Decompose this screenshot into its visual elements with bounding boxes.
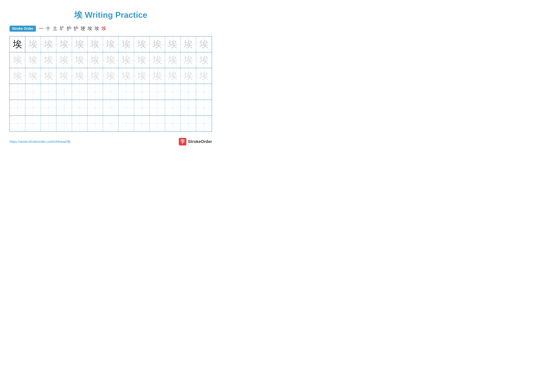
svg-line-102 bbox=[196, 84, 212, 100]
svg-line-152 bbox=[181, 116, 196, 131]
grid-cell-empty bbox=[10, 100, 25, 115]
svg-line-142 bbox=[103, 116, 118, 131]
char-cell: 埃 bbox=[44, 71, 53, 80]
grid-cell-empty bbox=[196, 84, 212, 100]
grid-cell-empty bbox=[181, 116, 196, 131]
svg-line-111 bbox=[56, 100, 72, 115]
svg-line-143 bbox=[103, 116, 118, 131]
grid-cell: 埃 bbox=[10, 68, 25, 84]
svg-line-144 bbox=[118, 116, 134, 131]
grid-cell-empty bbox=[25, 100, 41, 115]
svg-line-81 bbox=[25, 84, 41, 99]
grid-cell: 埃 bbox=[165, 68, 181, 84]
grid-cell: 埃 bbox=[88, 68, 103, 84]
svg-line-121 bbox=[134, 100, 149, 115]
practice-grid: 埃 埃 埃 埃 bbox=[9, 36, 212, 132]
grid-cell: 埃 bbox=[165, 52, 181, 68]
svg-line-78 bbox=[10, 84, 25, 99]
grid-cell: 埃 bbox=[181, 36, 196, 52]
grid-cell-empty bbox=[134, 100, 150, 115]
char-cell: 埃 bbox=[137, 56, 146, 65]
svg-line-107 bbox=[25, 100, 41, 115]
grid-cell-empty bbox=[118, 116, 134, 131]
svg-line-88 bbox=[88, 84, 103, 99]
grid-cell-empty bbox=[134, 84, 150, 100]
svg-line-136 bbox=[56, 116, 72, 131]
svg-line-147 bbox=[134, 116, 149, 131]
stroke-order-row: Stroke Order 一 十 土 圹 护 护 埂 埃 埃 埃 bbox=[9, 25, 212, 32]
grid-cell: 埃 bbox=[134, 68, 150, 84]
grid-cell: 埃 bbox=[134, 36, 150, 52]
grid-cell-empty bbox=[150, 100, 165, 115]
grid-cell-empty bbox=[165, 84, 181, 100]
grid-cell-empty bbox=[56, 100, 72, 115]
page-title: 埃 Writing Practice bbox=[9, 9, 212, 21]
char-cell: 埃 bbox=[44, 40, 53, 49]
grid-cell-empty bbox=[72, 84, 88, 100]
brand-icon: 字 bbox=[179, 138, 186, 145]
grid-cell: 埃 bbox=[88, 52, 103, 68]
grid-cell-empty bbox=[41, 84, 56, 100]
char-cell: 埃 bbox=[199, 71, 209, 80]
grid-cell-empty bbox=[88, 116, 103, 131]
svg-line-132 bbox=[25, 116, 41, 131]
stroke-5: 护 bbox=[67, 25, 71, 32]
grid-row-1: 埃 埃 埃 埃 bbox=[10, 36, 212, 52]
grid-cell-empty bbox=[10, 116, 25, 131]
grid-cell-empty bbox=[88, 84, 103, 100]
svg-line-118 bbox=[118, 100, 134, 115]
svg-line-141 bbox=[88, 116, 103, 131]
svg-line-134 bbox=[41, 116, 56, 131]
char-cell: 埃 bbox=[106, 40, 115, 49]
char-cell: 埃 bbox=[199, 40, 209, 49]
grid-cell-empty bbox=[72, 100, 88, 115]
svg-line-85 bbox=[56, 84, 72, 99]
svg-line-94 bbox=[134, 84, 149, 99]
svg-line-135 bbox=[41, 116, 56, 131]
svg-line-92 bbox=[118, 84, 134, 99]
svg-line-151 bbox=[165, 116, 180, 131]
footer-url: https://www.strokeorder.com/chinese/埃 bbox=[9, 139, 71, 144]
grid-row-6 bbox=[10, 116, 212, 131]
char-cell: 埃 bbox=[153, 71, 162, 80]
svg-line-117 bbox=[103, 100, 118, 115]
grid-cell: 埃 bbox=[118, 36, 134, 52]
grid-cell-empty bbox=[103, 100, 118, 115]
char-cell: 埃 bbox=[90, 71, 100, 80]
grid-cell: 埃 bbox=[41, 36, 56, 52]
grid-cell: 埃 bbox=[41, 52, 56, 68]
grid-cell-empty bbox=[88, 100, 103, 115]
svg-line-97 bbox=[150, 84, 165, 99]
grid-cell-empty bbox=[196, 116, 212, 131]
stroke-1: 一 bbox=[39, 25, 44, 32]
char-cell: 埃 bbox=[184, 71, 193, 80]
char-cell: 埃 bbox=[122, 56, 131, 65]
stroke-order-badge: Stroke Order bbox=[9, 26, 36, 32]
svg-line-125 bbox=[165, 100, 180, 115]
grid-cell-empty bbox=[118, 100, 134, 115]
grid-cell-empty bbox=[150, 116, 165, 131]
grid-cell: 埃 bbox=[10, 36, 25, 52]
svg-line-101 bbox=[181, 84, 196, 99]
stroke-4: 圹 bbox=[60, 25, 64, 32]
grid-cell: 埃 bbox=[72, 36, 88, 52]
char-cell: 埃 bbox=[184, 40, 193, 49]
grid-cell: 埃 bbox=[56, 52, 72, 68]
grid-cell: 埃 bbox=[72, 68, 88, 84]
grid-cell-empty bbox=[165, 116, 181, 131]
grid-row-2: 埃 埃 埃 埃 bbox=[10, 52, 212, 68]
char-cell: 埃 bbox=[122, 40, 131, 49]
svg-line-119 bbox=[118, 100, 134, 115]
svg-line-139 bbox=[72, 116, 87, 131]
char-cell: 埃 bbox=[59, 56, 69, 65]
svg-line-123 bbox=[150, 100, 165, 115]
char-cell: 埃 bbox=[29, 40, 38, 49]
grid-row-5 bbox=[10, 100, 212, 116]
svg-line-110 bbox=[56, 100, 72, 115]
grid-cell: 埃 bbox=[103, 36, 118, 52]
svg-line-104 bbox=[10, 100, 25, 115]
grid-cell: 埃 bbox=[56, 68, 72, 84]
char-cell: 埃 bbox=[59, 40, 69, 49]
grid-cell: 埃 bbox=[196, 68, 212, 84]
svg-line-103 bbox=[196, 84, 212, 100]
